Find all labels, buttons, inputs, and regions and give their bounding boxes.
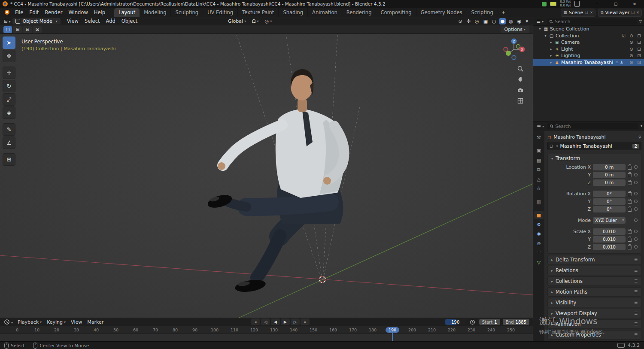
lock-icon[interactable] [628,192,632,196]
timeline-track[interactable] [0,334,533,342]
new-scene-icon[interactable]: ❏ [585,10,588,15]
workspace-tab[interactable]: Compositing [376,8,416,17]
viewport-toggle-button[interactable]: ◉ [516,18,523,24]
lock-icon[interactable] [628,200,632,204]
animate-decorator-dot[interactable] [634,200,638,203]
clipboard-tray-icon[interactable] [574,1,580,7]
frame-tick[interactable]: 170 [343,328,363,332]
frame-tick[interactable]: 70 [146,328,165,332]
collapsed-panel-header[interactable]: ▸ Relations ☰ [547,266,641,275]
frame-tick[interactable]: 30 [67,328,86,332]
value-field[interactable]: 0°▾ [593,206,626,212]
value-field[interactable]: XYZ Euler▾ [593,217,626,224]
expander-icon[interactable]: ▸ [549,40,553,44]
zoom-icon[interactable] [516,65,524,73]
frame-tick[interactable]: 90 [185,328,205,332]
frame-tick[interactable]: 180 [363,328,383,332]
expander-icon[interactable]: ▸ [549,61,553,64]
maximize-button[interactable]: ▢ [606,0,625,8]
timeline-menu-item[interactable]: Playback▾ [15,319,44,325]
properties-tab[interactable]: ▣ [534,147,544,155]
value-field[interactable]: 0°▾ [593,191,626,197]
hide-in-viewport-icon[interactable]: ⊙ [628,33,635,38]
viewport-menu-item[interactable]: Add [103,17,118,25]
workspace-tab[interactable]: UV Editing [203,8,238,17]
properties-tab[interactable]: ✱ [534,230,544,238]
transport-button[interactable]: ◁ [261,319,270,325]
animate-decorator-dot[interactable] [634,192,638,195]
properties-editor-type-button[interactable]: ≔▾ [535,124,545,128]
frame-tick[interactable]: 240 [481,328,501,332]
outliner-row[interactable]: ▸ Lighting ∞ ♟ ☑ ⊙ ⊡ [533,52,644,59]
expander-icon[interactable]: ▸ [549,47,553,51]
antivirus-tray-icon[interactable] [542,2,547,6]
3d-viewport[interactable]: User Perspective (190) Collection | Masa… [0,34,533,318]
frame-tick[interactable]: 0 [7,328,27,332]
frame-tick[interactable]: 40 [86,328,106,332]
properties-options-chevron[interactable]: ▾ [641,124,642,128]
frame-tick[interactable]: 130 [264,328,284,332]
outliner-row[interactable]: ▾ Collection ∞ ♟ ☑ ⊙ ⊡ [533,33,644,39]
new-viewlayer-icon[interactable]: ❏ [631,10,635,15]
outliner-editor-type-button[interactable]: ☰▾ [535,19,545,24]
tool-button[interactable]: ∠ [3,137,15,149]
viewlayer-selector[interactable]: ⧉ ViewLayer ❏ ✕ [598,9,642,17]
panel-menu-icon[interactable]: ☰ [634,268,638,273]
collapsed-panel-header[interactable]: ▸ Delta Transform ☰ [547,255,641,264]
frame-tick[interactable]: 60 [126,328,146,332]
frame-tick[interactable]: 100 [205,328,225,332]
camera-view-icon[interactable] [516,86,524,94]
frame-tick[interactable]: 80 [165,328,185,332]
blender-menu-icon[interactable] [3,10,10,15]
workspace-tab[interactable]: Texture Paint [238,8,279,17]
orthographic-toggle-icon[interactable] [516,97,524,105]
animate-decorator-dot[interactable] [634,173,638,176]
panel-menu-icon[interactable]: ☰ [634,279,638,283]
expander-icon[interactable]: ▾ [544,34,547,38]
panel-menu-icon[interactable]: ☰ [634,300,638,305]
3d-scene[interactable] [0,34,533,318]
frame-tick[interactable]: 220 [442,328,462,332]
expander-icon[interactable]: ▸ [549,54,553,58]
animate-decorator-dot[interactable] [634,165,638,169]
frame-tick[interactable]: 150 [304,328,323,332]
frame-tick[interactable]: 230 [462,328,481,332]
lock-icon[interactable] [628,181,632,185]
tool-button[interactable]: ✛ [3,67,15,79]
transport-button[interactable]: ▷ [291,319,300,325]
lock-icon[interactable] [628,246,632,249]
properties-tab[interactable]: ⧉ [534,166,544,173]
expander-icon[interactable]: ▾ [538,27,542,31]
blender-app-icon[interactable] [3,1,8,6]
proportional-editing-toggle[interactable]: ◎▾ [264,18,273,24]
hide-in-viewport-icon[interactable]: ⊙ [628,53,635,58]
options-dropdown[interactable]: Options▾ [501,26,529,33]
properties-tab[interactable]: ♁ [534,185,544,192]
disable-in-renders-icon[interactable]: ⊡ [636,33,642,38]
viewport-toggle-button[interactable]: ○ [491,18,498,24]
frame-tick[interactable]: 190 [383,328,402,332]
value-field[interactable]: 0.010▾ [593,228,626,235]
tool-button[interactable]: ⊞ [3,153,15,166]
unlink-scene-icon[interactable]: ✕ [590,10,593,15]
value-field[interactable]: 0 m▾ [593,164,626,170]
properties-tab[interactable]: ▤ [534,156,544,164]
transport-button[interactable]: « [251,319,260,325]
animate-decorator-dot[interactable] [634,207,638,211]
outliner-search-field[interactable] [547,18,637,24]
select-mode-button[interactable]: ⊞ [13,26,22,33]
menubar-item[interactable]: Edit [26,9,42,16]
lock-icon[interactable] [628,208,632,212]
frame-tick[interactable]: 210 [422,328,442,332]
disable-in-renders-icon[interactable]: ⊡ [636,47,642,52]
viewport-toggle-button[interactable]: ● [499,18,506,24]
tool-button[interactable]: ⤢ [3,93,15,106]
tool-button[interactable]: ➤ [3,36,15,49]
select-mode-button[interactable]: ⊠ [33,26,42,33]
hide-in-viewport-icon[interactable]: ⊙ [628,60,635,65]
viewport-menu-item[interactable]: Object [118,17,140,25]
properties-tab[interactable]: ⚙ [534,221,544,228]
lock-icon[interactable] [628,166,632,170]
properties-tab[interactable]: ■ [534,211,544,219]
animate-decorator-dot[interactable] [634,237,638,241]
